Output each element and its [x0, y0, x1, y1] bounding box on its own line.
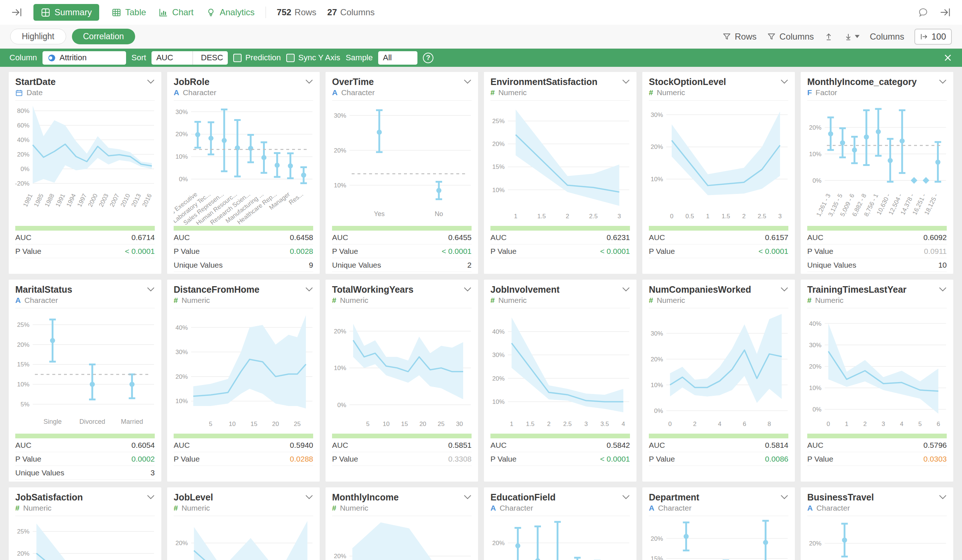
column-card: EducationField ACharacter 10%20% [484, 487, 636, 560]
column-type-label: Character [24, 296, 58, 305]
field-divider [192, 51, 193, 65]
column-type: #Numeric [649, 88, 788, 101]
auc-bar [807, 434, 947, 438]
chevron-down-icon[interactable] [463, 79, 471, 84]
hash-icon: # [15, 504, 19, 512]
tab-table[interactable]: Table [111, 7, 146, 18]
stat-value: 0.6054 [132, 441, 155, 450]
column-title: Department [649, 492, 699, 503]
column-card: TotalWorkingYears #Numeric 0%10%20%51015… [326, 280, 478, 482]
stat-row: P Value< 0.0001 [15, 244, 155, 258]
stat-label: P Value [649, 455, 675, 463]
chevron-down-icon[interactable] [305, 495, 313, 500]
chevron-down-icon[interactable] [939, 287, 947, 292]
letter-A-icon: A [491, 504, 496, 512]
filter-rows-button[interactable]: Rows [722, 32, 757, 42]
column-chart: 5%10%15%20%25%SingleDivorcedMarried [15, 308, 155, 433]
collapse-right-panel-icon[interactable] [939, 6, 951, 18]
chevron-down-icon[interactable] [780, 495, 788, 500]
svg-text:5: 5 [366, 421, 370, 428]
column-card: StartDate Date -20%0%20%40%60%80%1981198… [9, 72, 161, 274]
stat-value: 0.5796 [923, 441, 947, 450]
stat-value: 0.6092 [923, 233, 947, 242]
letter-A-icon: A [649, 504, 654, 512]
stat-value: 0.5814 [765, 441, 788, 450]
hash-icon: # [491, 296, 495, 305]
collapse-left-panel-icon[interactable] [11, 6, 23, 18]
help-icon[interactable]: ? [423, 53, 433, 63]
comment-bubble-icon[interactable] [918, 7, 928, 18]
tab-chart[interactable]: Chart [158, 7, 194, 18]
svg-text:1997: 1997 [76, 192, 88, 208]
chevron-down-icon[interactable] [463, 495, 471, 500]
svg-text:10: 10 [383, 421, 389, 428]
stat-value: < 0.0001 [600, 455, 630, 463]
column-card: StockOptionLevel #Numeric 10%20%30%00.51… [642, 72, 795, 274]
sync-y-axis-label: Sync Y Axis [298, 53, 340, 63]
svg-text:10%: 10% [17, 381, 29, 388]
filter-columns-label: Columns [780, 32, 814, 42]
chevron-down-icon[interactable] [147, 495, 155, 500]
chevron-down-icon[interactable] [147, 79, 155, 84]
column-title: BusinessTravel [807, 492, 874, 503]
stat-row: AUC0.6157 [649, 231, 788, 244]
chevron-down-icon[interactable] [463, 287, 471, 292]
svg-text:0%: 0% [654, 407, 663, 415]
column-chart: 10%20% [332, 516, 471, 560]
sort-select-value[interactable]: AUC [152, 53, 189, 63]
upload-icon[interactable] [824, 32, 833, 41]
chevron-down-icon[interactable] [622, 287, 630, 292]
stat-label: AUC [174, 441, 190, 450]
tab-summary[interactable]: Summary [34, 4, 99, 21]
svg-text:25: 25 [294, 421, 301, 428]
hash-icon: # [649, 88, 653, 97]
svg-text:4: 4 [900, 421, 903, 428]
svg-text:3: 3 [584, 421, 588, 428]
stat-row: Unique Values2 [332, 258, 471, 272]
column-select[interactable]: Attrition [42, 51, 126, 65]
columns-limit-box[interactable]: 100 [914, 29, 952, 45]
hash-icon: # [807, 296, 812, 305]
sample-select-value: All [383, 53, 392, 63]
prediction-checkbox[interactable] [233, 54, 242, 62]
sample-select[interactable]: All [378, 51, 417, 65]
stat-label: P Value [15, 247, 41, 256]
chevron-down-icon[interactable] [939, 495, 947, 500]
chevron-down-icon[interactable] [780, 287, 788, 292]
svg-text:3.5: 3.5 [600, 421, 609, 428]
column-card: MonthlyIncome_category FFactor 0%10%20%1… [801, 72, 953, 274]
column-type-label: Numeric [815, 296, 844, 305]
column-chart: 10%20%30%YesNo [332, 101, 471, 225]
stat-row: AUC0.6054 [15, 438, 155, 452]
chevron-down-icon[interactable] [305, 287, 313, 292]
chevron-down-icon[interactable] [147, 287, 155, 292]
highlight-button[interactable]: Highlight [10, 29, 66, 44]
svg-text:1: 1 [845, 421, 848, 428]
chevron-down-icon[interactable] [305, 79, 313, 84]
tab-analytics[interactable]: Analytics [206, 7, 255, 18]
download-icon[interactable] [844, 32, 860, 41]
sort-direction-value[interactable]: DESC [196, 53, 228, 63]
svg-text:20%: 20% [809, 540, 822, 547]
svg-text:2007: 2007 [108, 192, 121, 208]
stat-value: < 0.0001 [600, 247, 630, 256]
correlation-button[interactable]: Correlation [72, 29, 136, 44]
svg-text:4: 4 [621, 421, 625, 428]
stat-value: < 0.0001 [442, 247, 471, 256]
svg-text:0%: 0% [20, 166, 29, 173]
column-card: MaritalStatus ACharacter 5%10%15%20%25%S… [9, 280, 161, 482]
chevron-down-icon[interactable] [622, 79, 630, 84]
column-card: JobSatisfaction #Numeric 5%10%15%20%25% [9, 487, 161, 560]
sort-select[interactable]: AUC DESC [152, 51, 228, 65]
chevron-down-icon[interactable] [622, 495, 630, 500]
stat-row: AUC0.6092 [807, 231, 947, 244]
stat-label: Unique Values [15, 468, 64, 477]
svg-text:2003: 2003 [98, 192, 110, 208]
close-icon[interactable] [943, 53, 952, 63]
svg-text:2: 2 [566, 213, 569, 220]
chevron-down-icon[interactable] [939, 79, 947, 84]
filter-columns-button[interactable]: Columns [767, 32, 814, 42]
stat-label: P Value [491, 455, 517, 463]
sync-y-axis-checkbox[interactable] [286, 54, 295, 62]
chevron-down-icon[interactable] [780, 79, 788, 84]
